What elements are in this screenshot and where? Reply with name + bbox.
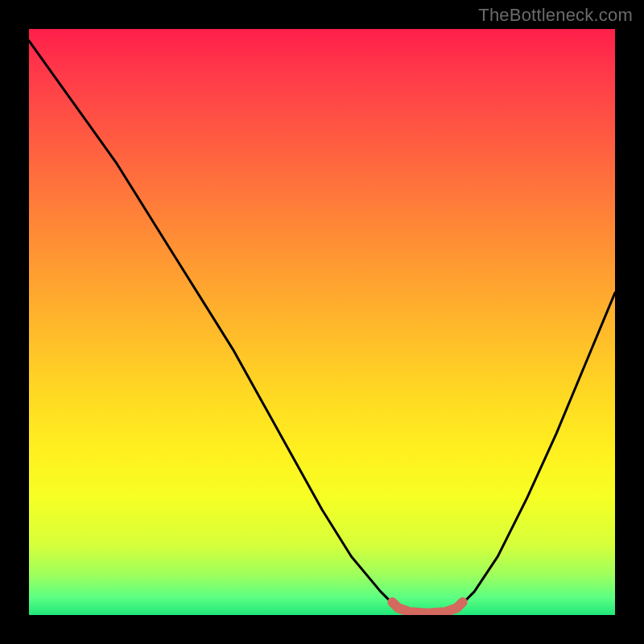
bottleneck-curve-path bbox=[29, 41, 615, 615]
chart-plot-area bbox=[29, 29, 615, 615]
chart-svg bbox=[29, 29, 615, 615]
chart-frame: TheBottleneck.com bbox=[0, 0, 644, 644]
optimum-band-path bbox=[392, 602, 462, 613]
watermark-text: TheBottleneck.com bbox=[478, 5, 633, 26]
